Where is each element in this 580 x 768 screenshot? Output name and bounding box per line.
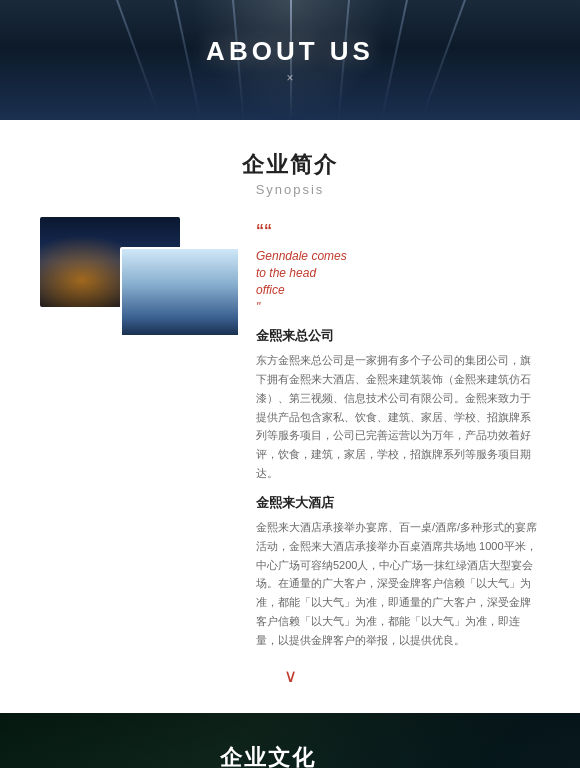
culture-section: Enterprise Culture 企业文化 Culture 经营目标 立足高…	[0, 713, 580, 768]
company-title: 金熙来总公司	[256, 325, 540, 347]
culture-title-cn: 企业文化	[220, 743, 540, 768]
culture-right: 企业文化 Culture 经营目标 立足高新技术，争做一流企业 经营策略 技术以…	[220, 743, 540, 768]
hero-title-wrap: ABOUT US ×	[206, 36, 374, 85]
culture-left: Enterprise Culture	[40, 743, 200, 768]
synopsis-images	[40, 217, 240, 357]
synopsis-title-wrap: 企业简介 Synopsis	[40, 150, 540, 197]
company-text: 东方金熙来总公司是一家拥有多个子公司的集团公司，旗下拥有金熙来大酒店、金熙来建筑…	[256, 351, 540, 482]
culture-content: Enterprise Culture 企业文化 Culture 经营目标 立足高…	[40, 743, 540, 768]
scroll-down-icon[interactable]: ∨	[40, 665, 540, 687]
hotel-title: 金熙来大酒店	[256, 492, 540, 514]
synopsis-text-block: ““ Genndale comesto the headoffice" 金熙来总…	[256, 217, 540, 649]
synopsis-title-cn: 企业简介	[40, 150, 540, 180]
hotel-text: 金熙来大酒店承接举办宴席、百一桌/酒席/多种形式的宴席活动，金熙来大酒店承接举办…	[256, 518, 540, 649]
quote-open: ““	[256, 217, 540, 244]
synopsis-section: 企业简介 Synopsis ““ Genndale comesto the he…	[0, 120, 580, 713]
synopsis-image-2	[120, 247, 240, 337]
synopsis-title-en: Synopsis	[40, 182, 540, 197]
quote-text: Genndale comesto the headoffice"	[256, 248, 540, 315]
hero-section: ABOUT US ×	[0, 0, 580, 120]
culture-title-wrap: 企业文化 Culture	[220, 743, 540, 768]
synopsis-content: ““ Genndale comesto the headoffice" 金熙来总…	[40, 217, 540, 649]
quote-close: "	[256, 300, 260, 314]
close-icon[interactable]: ×	[206, 71, 374, 85]
hero-title: ABOUT US	[206, 36, 374, 67]
